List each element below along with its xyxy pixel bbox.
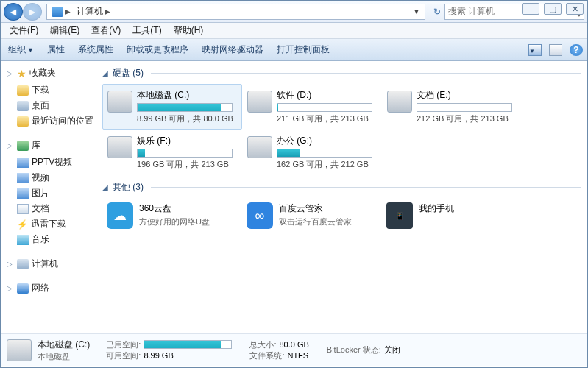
drive-usage-bar [277, 103, 372, 112]
collapse-icon: ◢ [102, 69, 108, 77]
drive-item[interactable]: 文档 (E:) 212 GB 可用，共 213 GB [382, 84, 522, 130]
drive-item[interactable]: 办公 (G:) 162 GB 可用，共 212 GB [242, 130, 382, 175]
baidu-icon: ∞ [247, 202, 273, 229]
nav-desktop[interactable]: 桌面 [5, 98, 96, 113]
command-bar: 组织▼ 属性 系统属性 卸载或更改程序 映射网络驱动器 打开控制面板 ▼ ? [1, 39, 587, 61]
details-type: 本地磁盘 [38, 351, 90, 362]
drive-free-text: 211 GB 可用，共 213 GB [277, 113, 377, 124]
other-sub: 双击运行百度云管家 [279, 216, 352, 227]
nav-back-button[interactable]: ◄ [4, 3, 23, 21]
window-maximize-button[interactable]: ▢ [544, 3, 562, 15]
other-item[interactable]: ∞ 百度云管家 双击运行百度云管家 [242, 198, 382, 233]
other-name: 我的手机 [419, 202, 454, 215]
cloud360-icon: ☁ [107, 202, 133, 229]
breadcrumb-root[interactable]: ▶ [49, 4, 74, 19]
nav-libraries[interactable]: ▷库 [5, 138, 96, 153]
drive-free-text: 196 GB 可用，共 213 GB [137, 159, 237, 170]
details-fs-label: 文件系统: [249, 350, 284, 361]
search-placeholder: 搜索 计算机 [448, 5, 495, 18]
cmd-uninstall[interactable]: 卸载或更改程序 [124, 42, 191, 57]
other-name: 百度云管家 [279, 202, 352, 215]
refresh-button[interactable]: ↻ [430, 7, 444, 17]
drive-free-text: 8.99 GB 可用，共 80.0 GB [137, 113, 237, 124]
drive-usage-bar [137, 103, 233, 112]
hdd-icon [107, 136, 132, 158]
nav-music[interactable]: 音乐 [5, 232, 96, 247]
drive-item[interactable]: 本地磁盘 (C:) 8.99 GB 可用，共 80.0 GB [102, 84, 242, 130]
drive-free-text: 162 GB 可用，共 212 GB [277, 159, 377, 170]
category-other[interactable]: ◢ 其他 (3) [102, 181, 581, 194]
details-bitlocker-label: BitLocker 状态: [327, 344, 381, 355]
help-button[interactable]: ? [570, 44, 583, 56]
details-free-label: 可用空间: [106, 350, 141, 361]
phone-icon: 📱 [386, 202, 413, 229]
nav-pictures[interactable]: 图片 [5, 185, 96, 201]
menu-edit[interactable]: 编辑(E) [44, 23, 85, 38]
preview-pane-button[interactable] [549, 44, 562, 56]
drive-usage-bar [277, 149, 372, 158]
titlebar: ◄ ► ▶ 计算机▶ ▼ ↻ 搜索 计算机 🔍 — ▢ ✕ [1, 1, 587, 23]
collapse-icon: ◢ [102, 183, 108, 191]
nav-thunder[interactable]: ⚡迅雷下载 [5, 216, 96, 232]
drive-item[interactable]: 娱乐 (F:) 196 GB 可用，共 213 GB [102, 130, 242, 175]
nav-forward-button[interactable]: ► [23, 3, 42, 21]
details-total-label: 总大小: [249, 339, 276, 350]
nav-recent[interactable]: 最近访问的位置 [5, 113, 96, 129]
details-fs-value: NTFS [287, 351, 308, 360]
drive-icon [7, 339, 32, 361]
menu-view[interactable]: 查看(V) [85, 23, 127, 38]
drive-name: 文档 (E:) [417, 89, 517, 102]
menu-help[interactable]: 帮助(H) [168, 23, 210, 38]
other-item[interactable]: ☁ 360云盘 方便好用的网络U盘 [102, 198, 242, 233]
cmd-organize[interactable]: 组织▼ [5, 42, 37, 57]
hdd-icon [387, 91, 412, 113]
nav-favorites[interactable]: ▷★收藏夹 [5, 66, 96, 81]
menu-file[interactable]: 文件(F) [4, 23, 44, 38]
other-sub: 方便好用的网络U盘 [139, 216, 210, 227]
cmd-system-properties[interactable]: 系统属性 [75, 42, 116, 57]
drive-free-text: 212 GB 可用，共 213 GB [417, 113, 517, 124]
window-close-button[interactable]: ✕ [566, 3, 584, 15]
details-used-label: 已用空间: [106, 339, 141, 350]
cmd-map-drive[interactable]: 映射网络驱动器 [199, 42, 266, 57]
details-total-value: 80.0 GB [279, 340, 308, 349]
details-free-value: 8.99 GB [144, 351, 173, 360]
nav-computer[interactable]: ▷计算机 [5, 256, 96, 272]
drive-name: 本地磁盘 (C:) [137, 89, 237, 102]
hdd-icon [107, 91, 132, 113]
content-area: ◢ 硬盘 (5) 本地磁盘 (C:) 8.99 GB 可用，共 80.0 GB … [96, 61, 587, 333]
cmd-control-panel[interactable]: 打开控制面板 [274, 42, 333, 57]
nav-videos[interactable]: 视频 [5, 170, 96, 185]
nav-documents[interactable]: 文档 [5, 201, 96, 216]
cmd-properties[interactable]: 属性 [44, 42, 68, 57]
category-hdd[interactable]: ◢ 硬盘 (5) [102, 67, 581, 79]
details-pane: 本地磁盘 (C:) 本地磁盘 已用空间: 可用空间:8.99 GB 总大小:80… [1, 333, 587, 366]
hdd-icon [247, 136, 272, 158]
drive-name: 软件 (D:) [277, 89, 377, 102]
nav-network[interactable]: ▷网络 [5, 280, 96, 296]
other-name: 360云盘 [139, 202, 210, 215]
hdd-icon [247, 91, 272, 113]
drive-name: 娱乐 (F:) [137, 135, 237, 147]
menu-tools[interactable]: 工具(T) [127, 23, 167, 38]
drive-name: 办公 (G:) [277, 135, 377, 147]
drive-usage-bar [417, 103, 512, 112]
menubar: 文件(F) 编辑(E) 查看(V) 工具(T) 帮助(H) [1, 23, 587, 39]
other-item[interactable]: 📱 我的手机 [382, 198, 522, 233]
nav-pptv[interactable]: PPTV视频 [5, 155, 96, 170]
drive-usage-bar [137, 149, 233, 158]
details-used-bar [144, 340, 232, 349]
breadcrumb[interactable]: ▶ 计算机▶ ▼ [46, 4, 425, 20]
drive-item[interactable]: 软件 (D:) 211 GB 可用，共 213 GB [242, 84, 382, 130]
details-bitlocker-value: 关闭 [384, 344, 400, 355]
window-minimize-button[interactable]: — [522, 3, 539, 15]
view-options-button[interactable]: ▼ [528, 44, 542, 56]
breadcrumb-computer[interactable]: 计算机▶ [74, 4, 113, 19]
details-name: 本地磁盘 (C:) [38, 339, 90, 351]
navigation-pane: ▷★收藏夹 下载 桌面 最近访问的位置 ▷库 PPTV视频 视频 图片 文档 ⚡… [1, 61, 96, 333]
nav-downloads[interactable]: 下载 [5, 82, 96, 98]
breadcrumb-dropdown-icon[interactable]: ▼ [414, 8, 420, 15]
